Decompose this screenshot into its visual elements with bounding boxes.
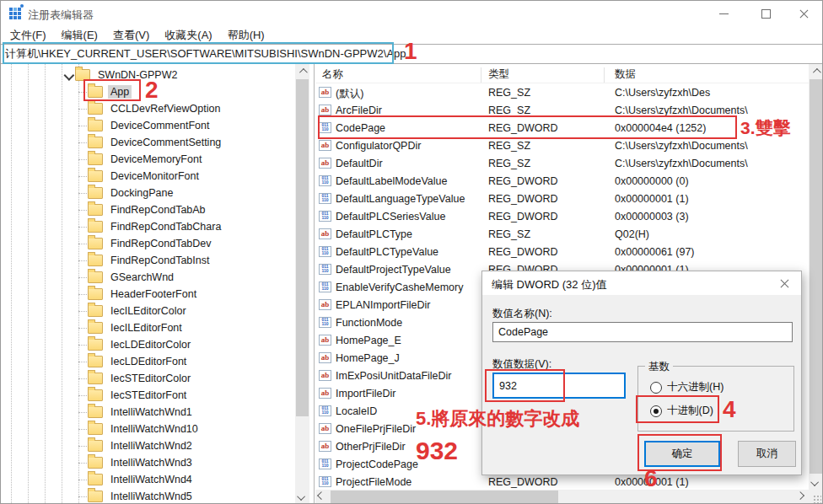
value-row-ProjectFileMode[interactable]: 011110ProjectFileModeREG_DWORD0x00000001… bbox=[315, 474, 809, 491]
tree-node-IecLDEditorFont[interactable]: IecLDEditorFont bbox=[1, 353, 223, 370]
value-name: ProjectCodePage bbox=[336, 458, 418, 470]
value-name: DefaultPLCType bbox=[336, 228, 412, 240]
column-header-type[interactable]: 类型 bbox=[488, 67, 509, 82]
tree-node-IntelliWatchWnd2[interactable]: IntelliWatchWnd2 bbox=[1, 437, 223, 454]
value-row-DefaultPLCType[interactable]: abDefaultPLCTypeREG_SZQ02(H) bbox=[315, 226, 809, 244]
menu-item-0[interactable]: 文件(F) bbox=[3, 28, 54, 43]
value-name-label: 数值名称(N): bbox=[492, 307, 552, 321]
dialog-close-button[interactable] bbox=[767, 271, 801, 295]
tree-node-label: DeviceMonitorFont bbox=[108, 169, 202, 183]
scrollbar-thumb[interactable] bbox=[296, 79, 309, 416]
tree-node-DockingPane[interactable]: DockingPane bbox=[1, 185, 223, 201]
minimize-button[interactable] bbox=[705, 1, 743, 26]
list-vertical-scrollbar[interactable] bbox=[809, 64, 823, 504]
reg-dword-icon: 011110 bbox=[319, 211, 331, 222]
column-header-data[interactable]: 数据 bbox=[615, 67, 636, 82]
close-button[interactable] bbox=[785, 1, 823, 26]
maximize-button[interactable] bbox=[747, 1, 785, 26]
address-bar[interactable]: 计算机\HKEY_CURRENT_USER\SOFTWARE\MITSUBISH… bbox=[1, 44, 822, 64]
value-row-DefaultDir[interactable]: abDefaultDirREG_SZC:\Users\zyfzxh\Docume… bbox=[315, 155, 809, 173]
list-horizontal-scrollbar[interactable] bbox=[315, 490, 809, 504]
chevron-down-icon[interactable] bbox=[63, 70, 74, 81]
resize-grip[interactable] bbox=[813, 495, 821, 503]
scroll-up-button[interactable] bbox=[295, 64, 309, 78]
value-row-CodePage[interactable]: 011110CodePageREG_DWORD0x000004e4 (1252) bbox=[315, 120, 809, 137]
menu-bar: 文件(F)编辑(E)查看(V)收藏夹(A)帮助(H) bbox=[1, 26, 823, 44]
tree-connector bbox=[78, 480, 87, 480]
value-data: C:\Users\zyfzxh\Documents\ bbox=[615, 158, 748, 169]
scroll-down-button[interactable] bbox=[295, 491, 309, 504]
tree-node-DeviceCommentFont[interactable]: DeviceCommentFont bbox=[1, 117, 223, 134]
scroll-right-button[interactable] bbox=[794, 490, 809, 504]
tree-connector bbox=[78, 311, 87, 312]
radio-icon[interactable] bbox=[650, 382, 662, 394]
scroll-left-button[interactable] bbox=[315, 490, 330, 504]
value-row-DefaultPLCTypeValue[interactable]: 011110DefaultPLCTypeValueREG_DWORD0x0000… bbox=[315, 244, 809, 261]
tree-node-label: IntelliWatchWnd5 bbox=[108, 490, 195, 503]
tree-node-FindRepCondTabChara[interactable]: FindRepCondTabChara bbox=[1, 218, 223, 235]
radio-hexadecimal[interactable]: 十六进制(H) bbox=[650, 380, 723, 394]
tree-node-IntelliWatchWnd1[interactable]: IntelliWatchWnd1 bbox=[1, 404, 223, 421]
tree-node-FindRepCondTabAb[interactable]: FindRepCondTabAb bbox=[1, 201, 223, 218]
tree-node-DeviceMonitorFont[interactable]: DeviceMonitorFont bbox=[1, 168, 223, 185]
tree-node-IecSTEditorColor[interactable]: IecSTEditorColor bbox=[1, 370, 223, 387]
value-name: DefaultLanguageTypeValue bbox=[336, 193, 465, 205]
reg-sz-icon: ab bbox=[319, 158, 331, 169]
column-header-name[interactable]: 名称 bbox=[322, 67, 343, 82]
tree-node-IntelliWatchWnd4[interactable]: IntelliWatchWnd4 bbox=[1, 471, 223, 488]
radio-icon[interactable] bbox=[650, 405, 662, 417]
value-row-DefaultLabelModeValue[interactable]: 011110DefaultLabelModeValueREG_DWORD0x00… bbox=[315, 173, 809, 190]
tree-node-root[interactable]: SWnDN-GPPW2 bbox=[1, 67, 180, 83]
value-data: 0x00000001 (1) bbox=[615, 476, 689, 488]
menu-item-4[interactable]: 帮助(H) bbox=[220, 28, 272, 43]
tree-node-IecILEditorColor[interactable]: IecILEditorColor bbox=[1, 303, 223, 319]
tree-node-CCLDevRefViewOption[interactable]: CCLDevRefViewOption bbox=[1, 100, 223, 117]
reg-dword-icon: 011110 bbox=[319, 405, 331, 416]
tree-scrollbar[interactable] bbox=[295, 64, 309, 504]
radio-decimal[interactable]: 十进制(D) bbox=[650, 404, 713, 418]
menu-item-1[interactable]: 编辑(E) bbox=[54, 28, 105, 43]
scroll-up-button[interactable] bbox=[809, 64, 823, 78]
tree-node-IntelliWatchWnd10[interactable]: IntelliWatchWnd10 bbox=[1, 421, 223, 437]
tree-node-DeviceCommentSetting[interactable]: DeviceCommentSetting bbox=[1, 134, 223, 151]
menu-item-2[interactable]: 查看(V) bbox=[105, 28, 157, 43]
registry-editor-window: 注册表编辑器 文件(F)编辑(E)查看(V)收藏夹(A)帮助(H) 计算机\HK… bbox=[0, 0, 823, 504]
tree-node-GSearchWnd[interactable]: GSearchWnd bbox=[1, 269, 223, 286]
tree-root-label: SWnDN-GPPW2 bbox=[95, 68, 180, 82]
value-data: Q02(H) bbox=[615, 228, 649, 240]
value-name: EnableVerifyCasheMemory bbox=[336, 281, 463, 293]
scroll-down-button[interactable] bbox=[809, 476, 823, 491]
value-row-DefaultLanguageTypeValue[interactable]: 011110DefaultLanguageTypeValueREG_DWORD0… bbox=[315, 190, 809, 208]
value-row-(默认)[interactable]: ab(默认)REG_SZC:\Users\zyfzxh\Des bbox=[315, 84, 809, 102]
reg-sz-icon: ab bbox=[319, 423, 331, 434]
ok-button[interactable]: 确定 bbox=[644, 441, 720, 467]
tree-connector bbox=[78, 412, 87, 413]
tree-node-FindRepCondTabDev[interactable]: FindRepCondTabDev bbox=[1, 235, 223, 252]
tree-node-IntelliWatchWnd5[interactable]: IntelliWatchWnd5 bbox=[1, 488, 223, 504]
value-row-DefaultPLCSeriesValue[interactable]: 011110DefaultPLCSeriesValueREG_DWORD0x00… bbox=[315, 208, 809, 226]
value-row-ArcFileDir[interactable]: abArcFileDirREG_SZC:\Users\zyfzxh\Docume… bbox=[315, 102, 809, 120]
column-divider[interactable] bbox=[481, 67, 481, 83]
value-type: REG_DWORD bbox=[488, 246, 558, 258]
value-row-ConfigulatorQPDir[interactable]: abConfigulatorQPDirREG_SZC:\Users\zyfzxh… bbox=[315, 137, 809, 155]
value-data-field[interactable]: 932 bbox=[492, 373, 626, 399]
cancel-button[interactable]: 取消 bbox=[738, 441, 796, 467]
menu-item-3[interactable]: 收藏夹(A) bbox=[157, 28, 219, 43]
scrollbar-thumb[interactable] bbox=[331, 491, 558, 503]
tree-node-IecILEditorFont[interactable]: IecILEditorFont bbox=[1, 319, 223, 336]
folder-icon bbox=[88, 137, 103, 148]
value-data: C:\Users\zyfzxh\Documents\ bbox=[615, 105, 748, 116]
tree-node-IecSTEditorFont[interactable]: IecSTEditorFont bbox=[1, 387, 223, 404]
value-name-field[interactable]: CodePage bbox=[492, 322, 793, 342]
scrollbar-thumb[interactable] bbox=[810, 79, 822, 474]
column-divider[interactable] bbox=[604, 67, 605, 83]
tree-node-label: DeviceMemoryFont bbox=[108, 153, 204, 166]
window-title: 注册表编辑器 bbox=[28, 8, 94, 23]
tree-node-FindRepCondTabInst[interactable]: FindRepCondTabInst bbox=[1, 252, 223, 269]
tree-node-IntelliWatchWnd3[interactable]: IntelliWatchWnd3 bbox=[1, 454, 223, 471]
tree-node-DeviceMemoryFont[interactable]: DeviceMemoryFont bbox=[1, 151, 223, 168]
tree-connector bbox=[78, 244, 87, 244]
tree-node-App[interactable]: App bbox=[1, 83, 223, 100]
tree-node-HeaderFooterFont[interactable]: HeaderFooterFont bbox=[1, 286, 223, 303]
tree-node-IecLDEditorColor[interactable]: IecLDEditorColor bbox=[1, 336, 223, 353]
